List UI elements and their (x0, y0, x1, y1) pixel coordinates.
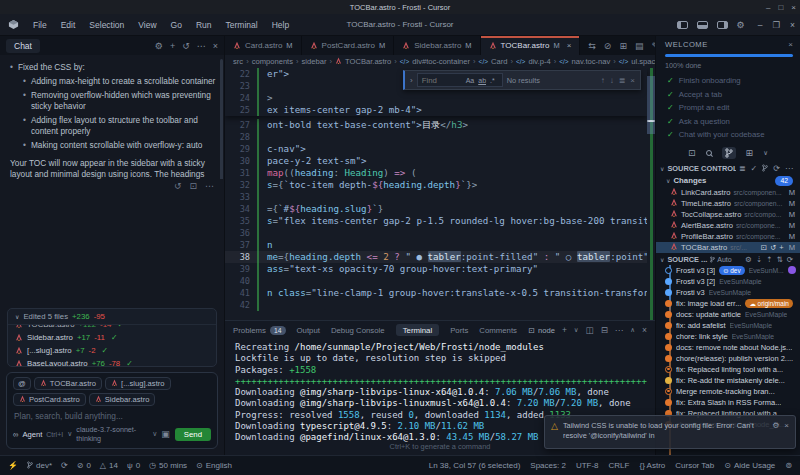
commit-row[interactable]: fix: Extra Slash in RSS Forma... (656, 397, 800, 408)
chevron-down-icon[interactable]: ∨ (763, 149, 768, 157)
chat-more-icon[interactable]: ⋯ (197, 41, 206, 51)
statusbar-item[interactable]: △14 (100, 461, 118, 470)
view-as-list-icon[interactable]: ≣ (739, 164, 746, 173)
grid-layout-icon[interactable]: ⊞ (619, 41, 627, 51)
refresh-icon[interactable]: ⟳ (773, 164, 780, 173)
welcome-item[interactable]: ✓Chat with your codebase (665, 128, 793, 142)
code-line[interactable]: 29c-nav"> (225, 143, 647, 155)
code-line[interactable]: 39ass="text-xs opacity-70 group-hover:te… (225, 263, 647, 275)
find-expand-icon[interactable]: › (410, 76, 413, 85)
terminal-shell[interactable]: ⊡node (529, 326, 555, 335)
explorer-icon[interactable]: ⊡ (688, 148, 696, 158)
welcome-item[interactable]: ✓Finish onboarding (665, 74, 793, 88)
code-line[interactable]: 38me={heading.depth <= 2 ? " ● tabler:po… (225, 251, 647, 263)
chat-input[interactable]: Plan, search, build anything... (14, 411, 210, 421)
close-panel-icon[interactable]: × (642, 325, 647, 335)
commit-icon[interactable]: ✓ (751, 164, 758, 173)
maximize-icon[interactable]: □ (778, 3, 783, 12)
breadcrumb-item[interactable]: ul.space (631, 57, 655, 66)
breadcrumb-item[interactable]: TOCBar.astro (345, 57, 391, 66)
statusbar-item[interactable]: Cursor Tab (675, 461, 714, 470)
statusbar-item[interactable]: Ln 38, Col 57 (6 selected) (429, 461, 521, 470)
menu-edit[interactable]: Edit (55, 18, 82, 32)
add-context-chip[interactable]: @ (13, 377, 31, 390)
panel-tab-debug-console[interactable]: Debug Console (331, 326, 385, 335)
change-row[interactable]: TOCBar.astrosrc/...⊡↺+M (656, 242, 800, 253)
commit-row[interactable]: Frosti v3 [3]⊙ devEveSunM... (656, 265, 800, 276)
search-icon[interactable] (706, 150, 712, 156)
commit-row[interactable]: chore(release): publish version 2.... (656, 353, 800, 364)
breadcrumb[interactable]: src›components›sidebar›TOCBar.astro›</>d… (225, 55, 655, 68)
edited-file-row[interactable]: [...slug].astro+7-2✓ (8, 344, 216, 357)
refresh-icon[interactable]: ⟳ (787, 255, 793, 264)
new-terminal-icon[interactable]: + (562, 325, 567, 335)
customize-layout-icon[interactable]: ⚙ (737, 20, 745, 30)
file-icon[interactable]: ▤ (635, 41, 644, 51)
extensions-icon[interactable]: ⊞ (746, 148, 754, 158)
code-line[interactable]: 41n class="line-clamp-1 group-hover:tran… (225, 287, 647, 299)
model-dropdown[interactable]: claude-3.7-sonnet-thinking (76, 425, 148, 443)
source-control-header[interactable]: ∨ SOURCE CONTROL ≣ ✓ ⟳ ⋯ (656, 162, 800, 175)
chat-scrollbar[interactable] (220, 59, 223, 179)
chat-history-icon[interactable]: ↺ (182, 41, 190, 51)
edited-files-header[interactable]: ∨ Edited 5 files +236 -95 (8, 309, 216, 325)
chat-settings-icon[interactable]: ⚙ (155, 41, 163, 51)
commit-row[interactable]: Frosti v3 [2]EveSunMaple (656, 276, 800, 287)
statusbar-item[interactable]: ψ0 (127, 461, 140, 470)
breadcrumb-item[interactable]: div#toc-container (412, 57, 470, 66)
change-row[interactable]: AlertBase.astrosrc/compone...M (656, 220, 800, 231)
panel-tab-ports[interactable]: Ports (450, 326, 468, 335)
commit-row[interactable]: docs: update articleEveSunMaple (656, 309, 800, 320)
kill-terminal-icon[interactable]: ⊟ (601, 325, 608, 335)
code-editor[interactable]: › Aa ab .* No results ↑ ↓ ≣ × 27 (225, 68, 655, 320)
match-case-icon[interactable]: Aa (466, 77, 475, 84)
agent-mode-dropdown[interactable]: Agent (22, 430, 42, 439)
breadcrumb-item[interactable]: sidebar (302, 57, 327, 66)
code-line[interactable]: 33 (225, 191, 647, 203)
eye-off-icon[interactable]: ⊘ (604, 41, 612, 51)
context-chip[interactable]: Sidebar.astro (89, 393, 156, 406)
settings-gear-icon[interactable]: ⚙ (745, 255, 752, 264)
tab-card-astro[interactable]: Card.astroM (225, 36, 302, 55)
diff-icon[interactable]: ⇆ (588, 41, 596, 51)
edited-file-row[interactable]: Sidebar.astro+17-11✓ (8, 331, 216, 344)
revert-icon[interactable]: ↺ (174, 181, 182, 191)
code-line[interactable]: 32s={`toc-item depth-${heading.depth}`}> (225, 179, 647, 191)
auto-label[interactable]: Auto (717, 256, 731, 263)
pull-icon[interactable]: ⇡ (766, 255, 772, 264)
statusbar-item[interactable]: Spaces: 2 (530, 461, 566, 470)
find-close-icon[interactable]: × (630, 76, 635, 85)
more-icon[interactable]: ⋯ (785, 164, 793, 173)
edited-file-row[interactable]: BaseLayout.astro+76-78✓ (8, 357, 216, 366)
welcome-item[interactable]: ✓Prompt an edit (665, 101, 793, 115)
commit-row[interactable]: fix: Re-add the mistakenly dele... (656, 375, 800, 386)
whole-word-icon[interactable]: ab (478, 77, 486, 84)
restore-icon[interactable]: ❐ (772, 20, 780, 30)
tab-sidebar-astro[interactable]: Sidebar.astroM (394, 36, 480, 55)
branch-icon[interactable] (762, 164, 768, 174)
welcome-item[interactable]: ✓Accept a tab (665, 88, 793, 102)
statusbar-item[interactable]: ⊚ (785, 461, 792, 470)
change-row[interactable]: LinkCard.astrosrc/componen...M (656, 187, 800, 198)
code-line[interactable]: 25ex items-center gap-2 mb-4"> (225, 104, 647, 116)
statusbar-item[interactable]: ⚡ (8, 461, 18, 470)
statusbar-item[interactable]: dev* (27, 461, 52, 471)
commit-row[interactable]: fix: add safelistEveSunMaple (656, 320, 800, 331)
tab-close-icon[interactable]: × (567, 41, 572, 50)
panel-tab-comments[interactable]: Comments (479, 326, 517, 335)
breadcrumb-item[interactable]: nav.toc-nav (572, 57, 611, 66)
minimize-icon[interactable]: – (758, 20, 763, 30)
overview-ruler[interactable] (647, 68, 655, 320)
find-prev-icon[interactable]: ↑ (601, 76, 605, 85)
code-line[interactable]: 37n (225, 239, 647, 251)
welcome-item[interactable]: ✓Ask a question (665, 115, 793, 129)
new-chat-icon[interactable]: + (170, 41, 175, 51)
more-icon[interactable]: ⋯ (615, 325, 624, 335)
code-line[interactable]: 42 (225, 299, 647, 311)
chat-close-icon[interactable]: × (213, 41, 218, 51)
close-icon[interactable]: × (790, 20, 795, 30)
changes-header[interactable]: ∨ Changes 42 (656, 175, 800, 187)
split-terminal-icon[interactable]: ◫ (586, 325, 594, 335)
panel-tab-terminal[interactable]: Terminal (396, 324, 439, 336)
breadcrumb-item[interactable]: div.p-4 (528, 57, 550, 66)
